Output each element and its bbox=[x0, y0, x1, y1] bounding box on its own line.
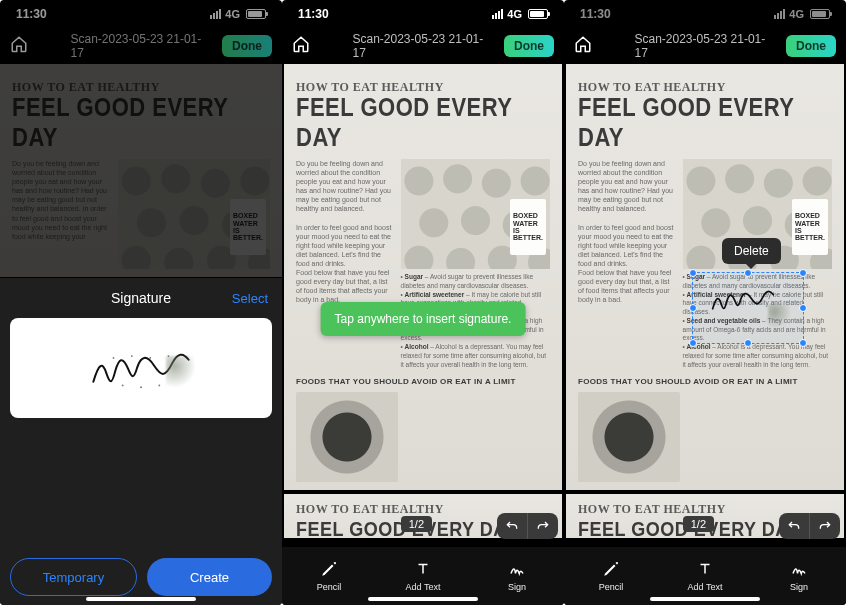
svg-point-0 bbox=[113, 357, 115, 359]
create-button[interactable]: Create bbox=[147, 558, 272, 596]
doc-image-lemons: BOXED WATER IS BETTER. bbox=[401, 159, 550, 269]
svg-point-4 bbox=[122, 385, 124, 387]
resize-handle-bm[interactable] bbox=[744, 339, 752, 347]
nav-bar: Scan-2023-05-23 21-01-17 Done bbox=[282, 28, 564, 64]
network-label: 4G bbox=[789, 8, 804, 20]
status-time: 11:30 bbox=[16, 7, 47, 21]
done-button[interactable]: Done bbox=[504, 35, 554, 57]
screen-insert-signature: 11:30 4G Scan-2023-05-23 21-01-17 Done H… bbox=[282, 0, 564, 605]
page-indicator: 1/2 bbox=[401, 516, 432, 532]
delete-popover[interactable]: Delete bbox=[722, 238, 781, 264]
redo-button[interactable] bbox=[528, 513, 558, 539]
nav-title: Scan-2023-05-23 21-01-17 bbox=[635, 32, 776, 60]
tool-label: Sign bbox=[508, 582, 526, 592]
battery-icon bbox=[246, 9, 266, 19]
status-time: 11:30 bbox=[298, 7, 329, 21]
svg-point-2 bbox=[149, 357, 151, 359]
done-button[interactable]: Done bbox=[786, 35, 836, 57]
tool-label: Add Text bbox=[688, 582, 723, 592]
tool-label: Sign bbox=[790, 582, 808, 592]
doc-image-cup bbox=[296, 392, 398, 482]
screen-signature-sheet: 11:30 4G Scan-2023-05-23 21-01-17 Done H… bbox=[0, 0, 282, 605]
status-right: 4G bbox=[492, 8, 548, 20]
home-icon[interactable] bbox=[10, 35, 28, 57]
resize-handle-ml[interactable] bbox=[689, 304, 697, 312]
doc-intro: Do you be feeling down and worried about… bbox=[296, 159, 393, 369]
resize-handle-tm[interactable] bbox=[744, 269, 752, 277]
tool-sign[interactable]: Sign bbox=[470, 547, 564, 605]
temporary-button[interactable]: Temporary bbox=[10, 558, 137, 596]
home-indicator[interactable] bbox=[368, 597, 478, 601]
signature-smudge bbox=[768, 304, 790, 330]
signal-icon bbox=[492, 9, 503, 19]
resize-handle-tl[interactable] bbox=[689, 269, 697, 277]
home-indicator[interactable] bbox=[86, 597, 196, 601]
select-link[interactable]: Select bbox=[232, 291, 268, 306]
home-icon[interactable] bbox=[292, 35, 310, 57]
undo-redo-group bbox=[779, 513, 840, 539]
network-label: 4G bbox=[507, 8, 522, 20]
boxed-water-label: BOXED WATER IS BETTER. bbox=[510, 199, 546, 255]
network-label: 4G bbox=[225, 8, 240, 20]
doc-image-cup bbox=[578, 392, 680, 482]
signature-sheet-title: Signature bbox=[111, 290, 171, 306]
undo-redo-group bbox=[497, 513, 558, 539]
svg-point-5 bbox=[140, 386, 142, 388]
signal-icon bbox=[774, 9, 785, 19]
home-icon[interactable] bbox=[574, 35, 592, 57]
signature-sheet: Signature Select Temporary Create bbox=[0, 278, 282, 605]
tool-sign[interactable]: Sign bbox=[752, 547, 846, 605]
nav-bar: Scan-2023-05-23 21-01-17 Done bbox=[564, 28, 846, 64]
home-indicator[interactable] bbox=[650, 597, 760, 601]
resize-handle-tr[interactable] bbox=[799, 269, 807, 277]
signature-smudge bbox=[166, 356, 194, 390]
screen-signature-placed: 11:30 4G Scan-2023-05-23 21-01-17 Done H… bbox=[564, 0, 846, 605]
resize-handle-br[interactable] bbox=[799, 339, 807, 347]
doc-subheading: FOODS THAT YOU SHOULD AVOID OR EAT IN A … bbox=[296, 377, 550, 386]
nav-title: Scan-2023-05-23 21-01-17 bbox=[71, 32, 212, 60]
status-bar: 11:30 4G bbox=[564, 0, 846, 28]
battery-icon bbox=[810, 9, 830, 19]
tool-label: Pencil bbox=[599, 582, 624, 592]
tool-label: Add Text bbox=[406, 582, 441, 592]
doc-headline: FEEL GOOD EVERY DAY bbox=[578, 93, 832, 153]
status-right: 4G bbox=[774, 8, 830, 20]
page-indicator: 1/2 bbox=[683, 516, 714, 532]
signature-preview-card[interactable] bbox=[10, 318, 272, 418]
undo-button[interactable] bbox=[779, 513, 809, 539]
boxed-water-label: BOXED WATER IS BETTER. bbox=[792, 199, 828, 255]
doc-subheading: FOODS THAT YOU SHOULD AVOID OR EAT IN A … bbox=[578, 377, 832, 386]
svg-point-1 bbox=[131, 355, 133, 357]
signal-icon bbox=[210, 9, 221, 19]
resize-handle-mr[interactable] bbox=[799, 304, 807, 312]
resize-handle-bl[interactable] bbox=[689, 339, 697, 347]
document-page-1[interactable]: HOW TO EAT HEALTHY FEEL GOOD EVERY DAY D… bbox=[566, 64, 844, 490]
status-bar: 11:30 4G bbox=[282, 0, 564, 28]
doc-headline: FEEL GOOD EVERY DAY bbox=[296, 93, 550, 153]
tool-pencil[interactable]: Pencil bbox=[564, 547, 658, 605]
nav-bar: Scan-2023-05-23 21-01-17 Done bbox=[0, 28, 282, 64]
redo-button[interactable] bbox=[810, 513, 840, 539]
insert-signature-toast: Tap anywhere to insert signature. bbox=[321, 302, 526, 336]
status-right: 4G bbox=[210, 8, 266, 20]
doc-intro: Do you be feeling down and worried about… bbox=[578, 159, 675, 369]
status-time: 11:30 bbox=[580, 7, 611, 21]
nav-title: Scan-2023-05-23 21-01-17 bbox=[353, 32, 494, 60]
document-page-1[interactable]: HOW TO EAT HEALTHY FEEL GOOD EVERY DAY D… bbox=[284, 64, 562, 490]
status-bar: 11:30 4G bbox=[0, 0, 282, 28]
dim-overlay bbox=[0, 64, 282, 277]
tool-pencil[interactable]: Pencil bbox=[282, 547, 376, 605]
tool-label: Pencil bbox=[317, 582, 342, 592]
battery-icon bbox=[528, 9, 548, 19]
undo-button[interactable] bbox=[497, 513, 527, 539]
svg-point-6 bbox=[158, 385, 160, 387]
done-button[interactable]: Done bbox=[222, 35, 272, 57]
